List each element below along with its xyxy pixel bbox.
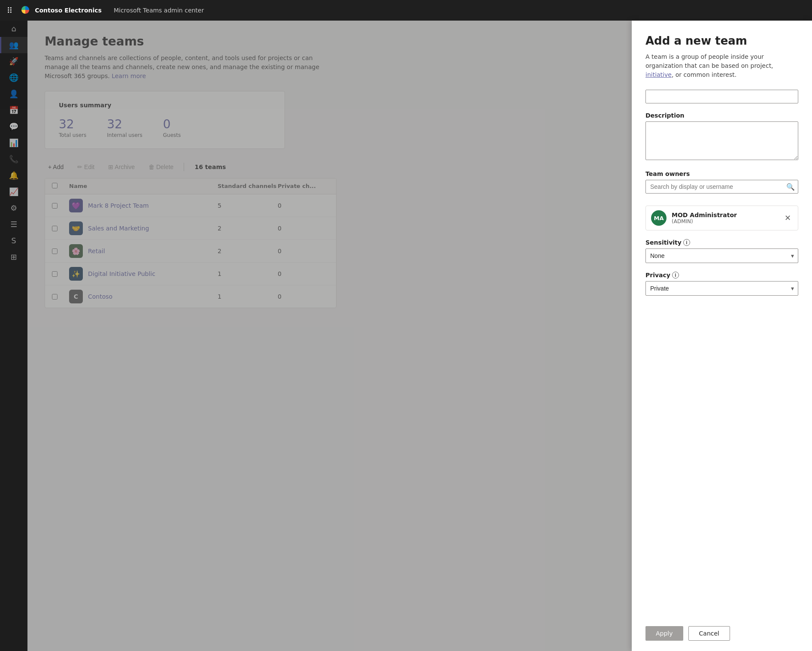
panel-title: Add a new team — [645, 34, 798, 47]
privacy-select[interactable]: Private Public Org-wide — [645, 281, 798, 296]
sensitivity-info-icon[interactable]: i — [683, 239, 690, 246]
owner-info: MOD Administrator (ADMIN) — [672, 212, 778, 224]
team-owners-label: Team owners — [645, 170, 798, 177]
owner-role: (ADMIN) — [672, 218, 778, 224]
privacy-info-icon[interactable]: i — [672, 272, 679, 279]
app-launcher-icon[interactable]: ⠿ — [7, 6, 12, 15]
team-owners-field: Team owners 🔍 — [645, 170, 798, 194]
team-owners-search-wrapper: 🔍 — [645, 180, 798, 194]
add-team-panel: Add a new team A team is a group of peop… — [632, 21, 812, 651]
org-name: Contoso Electronics — [35, 7, 102, 14]
initiative-link[interactable]: initiative — [645, 71, 672, 78]
search-icon: 🔍 — [786, 183, 795, 191]
privacy-label: Privacy — [645, 272, 670, 279]
sensitivity-select-wrapper: None General Confidential ▾ — [645, 248, 798, 263]
app-header: ⠿ Contoso Electronics Microsoft Teams ad… — [0, 0, 812, 21]
description-textarea[interactable] — [645, 121, 798, 160]
owner-name: MOD Administrator — [672, 212, 778, 218]
privacy-field: Privacy i Private Public Org-wide ▾ — [645, 272, 798, 296]
panel-footer: Apply Cancel — [645, 616, 798, 641]
search-owners-input[interactable] — [645, 180, 798, 194]
team-name-input[interactable] — [645, 90, 798, 103]
description-label: Description — [645, 112, 798, 119]
apply-button[interactable]: Apply — [645, 626, 683, 641]
privacy-select-wrapper: Private Public Org-wide ▾ — [645, 281, 798, 296]
remove-owner-button[interactable]: ✕ — [783, 212, 793, 224]
sensitivity-field: Sensitivity i None General Confidential … — [645, 239, 798, 263]
sensitivity-label-row: Sensitivity i — [645, 239, 798, 246]
app-name: Microsoft Teams admin center — [114, 7, 204, 14]
privacy-label-row: Privacy i — [645, 272, 798, 279]
sensitivity-select[interactable]: None General Confidential — [645, 248, 798, 263]
owner-chip: MA MOD Administrator (ADMIN) ✕ — [645, 206, 798, 230]
header-logo: Contoso Electronics — [19, 4, 102, 16]
team-name-field — [645, 90, 798, 103]
owner-avatar: MA — [651, 210, 667, 226]
owner-initials: MA — [654, 215, 664, 221]
search-icon-button[interactable]: 🔍 — [786, 183, 795, 191]
description-field: Description — [645, 112, 798, 162]
contoso-logo-icon — [19, 4, 31, 16]
sensitivity-label: Sensitivity — [645, 239, 682, 246]
panel-description: A team is a group of people inside your … — [645, 52, 798, 79]
cancel-button[interactable]: Cancel — [688, 626, 730, 641]
